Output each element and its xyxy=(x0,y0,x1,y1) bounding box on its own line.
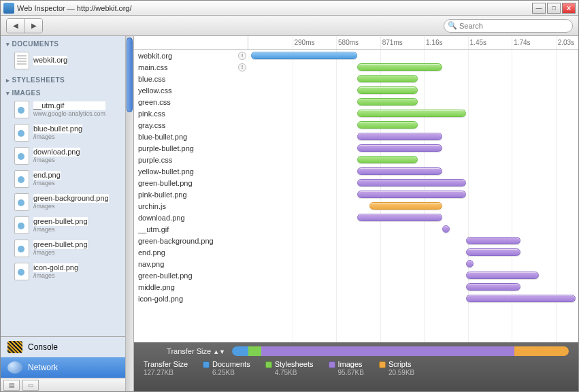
maximize-button[interactable]: □ xyxy=(547,3,561,14)
timeline-row[interactable]: purple.css xyxy=(134,154,578,165)
legend-value: 95.67KB xyxy=(329,369,364,377)
search-input[interactable] xyxy=(444,19,573,33)
sidebar-item[interactable]: icon-gold.png/images xyxy=(1,260,125,283)
legend-value: 20.59KB xyxy=(379,369,414,377)
timeline-row[interactable]: main.css! xyxy=(134,61,578,73)
tab-network[interactable]: Network xyxy=(1,357,133,378)
sort-icon[interactable]: ▲▼ xyxy=(213,348,225,355)
sidebar-section-header[interactable]: DOCUMENTS xyxy=(1,36,125,49)
timeline-row[interactable]: gray.css xyxy=(134,119,578,131)
timeline-row[interactable]: urchin.js xyxy=(134,200,578,212)
warning-icon[interactable]: ! xyxy=(238,52,246,60)
status-button-2[interactable]: ▭ xyxy=(22,380,39,391)
legend-item-css[interactable]: Stylesheets4.75KB xyxy=(265,360,314,377)
status-button-1[interactable]: ▤ xyxy=(3,380,20,391)
file-icon xyxy=(14,147,29,165)
timeline-row[interactable]: green-bullet.png xyxy=(134,270,578,281)
file-icon xyxy=(14,101,29,118)
sidebar-item[interactable]: download.png/images xyxy=(1,144,125,167)
summary-segment-doc xyxy=(232,346,248,356)
legend-item-js[interactable]: Scripts20.59KB xyxy=(379,360,414,377)
timeline-row[interactable]: webkit.org! xyxy=(134,50,578,61)
sidebar-scrollbar[interactable] xyxy=(125,36,133,391)
legend-swatch xyxy=(329,361,335,368)
console-icon xyxy=(7,341,22,353)
resource-name: green-bullet.png xyxy=(134,272,236,280)
sidebar-item-label: green-background.png xyxy=(33,194,109,203)
file-icon xyxy=(14,124,29,142)
back-button[interactable]: ◀ xyxy=(7,19,24,33)
sidebar-item[interactable]: webkit.org xyxy=(1,49,125,72)
timing-bar xyxy=(442,225,450,233)
timeline-row[interactable]: blue.css xyxy=(134,73,578,84)
sidebar-item[interactable]: end.png/images xyxy=(1,167,125,191)
resource-name: main.css xyxy=(134,63,236,71)
legend-label: Stylesheets xyxy=(275,360,314,369)
timeline-row[interactable]: green-bullet.png xyxy=(134,177,578,189)
resource-name: blue-bullet.png xyxy=(134,133,236,141)
sidebar-item-sublabel: /images xyxy=(33,272,78,280)
app-icon xyxy=(3,3,14,14)
sort-label[interactable]: Transfer Size xyxy=(167,347,211,355)
timeline-row[interactable]: yellow-bullet.png xyxy=(134,165,578,177)
file-icon xyxy=(14,240,29,257)
sidebar-section-header[interactable]: STYLESHEETS xyxy=(1,72,125,85)
sidebar-item[interactable]: green-bullet.png/images xyxy=(1,214,125,237)
tab-console[interactable]: Console xyxy=(1,337,133,357)
resource-name: purple-bullet.png xyxy=(134,144,236,152)
sidebar-item[interactable]: green-background.png/images xyxy=(1,191,125,214)
timeline-row[interactable]: pink-bullet.png xyxy=(134,189,578,200)
timeline-row[interactable]: end.png xyxy=(134,246,578,258)
sidebar-item-label: __utm.gif xyxy=(33,101,105,110)
legend-swatch xyxy=(265,361,272,368)
timeline-row[interactable]: pink.css xyxy=(134,108,578,119)
sidebar-item[interactable]: __utm.gifwww.google-analytics.com xyxy=(1,98,125,121)
legend-item-img[interactable]: Images95.67KB xyxy=(329,360,364,377)
legend-label: Scripts xyxy=(388,360,412,369)
timeline-row[interactable]: green-background.png xyxy=(134,235,578,246)
timeline-row[interactable]: blue-bullet.png xyxy=(134,131,578,142)
timeline-tick: 290ms xyxy=(293,36,315,49)
timeline-tick: 871ms xyxy=(380,36,403,49)
sidebar-scrollbar-thumb[interactable] xyxy=(127,37,133,112)
minimize-button[interactable]: — xyxy=(532,3,546,14)
total-size-value: 127.27KB xyxy=(144,369,173,377)
window-title: Web Inspector — http://webkit.org/ xyxy=(17,4,132,12)
timeline-row[interactable]: download.png xyxy=(134,212,578,223)
legend-swatch xyxy=(203,361,210,368)
timing-bar xyxy=(357,110,466,117)
timeline-tick: 1.16s xyxy=(424,36,442,49)
timeline-row[interactable]: green.css xyxy=(134,96,578,108)
timeline-row[interactable]: purple-bullet.png xyxy=(134,142,578,154)
timeline-row[interactable]: __utm.gif xyxy=(134,223,578,235)
forward-button[interactable]: ▶ xyxy=(24,19,42,33)
file-icon xyxy=(14,263,29,280)
summary-segment-js xyxy=(514,346,569,356)
warning-icon[interactable]: ! xyxy=(238,63,246,71)
resource-name: pink-bullet.png xyxy=(134,191,236,199)
timeline-row[interactable]: middle.png xyxy=(134,281,578,293)
resource-name: __utm.gif xyxy=(134,225,236,233)
timing-bar xyxy=(466,248,520,256)
timeline-row[interactable]: icon-gold.png xyxy=(134,293,578,304)
sidebar: DOCUMENTSwebkit.orgSTYLESHEETSIMAGES__ut… xyxy=(1,36,134,391)
timeline-row[interactable]: yellow.css xyxy=(134,84,578,96)
summary-stacked-bar xyxy=(232,346,569,356)
close-button[interactable]: X xyxy=(562,3,576,14)
sidebar-item-sublabel: /images xyxy=(33,226,88,233)
legend-item-doc[interactable]: Documents6.25KB xyxy=(203,360,250,377)
resource-name: pink.css xyxy=(134,110,236,118)
titlebar: Web Inspector — http://webkit.org/ — □ X xyxy=(1,1,578,16)
timing-bar xyxy=(466,260,474,267)
timing-bar xyxy=(251,52,357,59)
sidebar-item[interactable]: blue-bullet.png/images xyxy=(1,121,125,144)
resource-name: end.png xyxy=(134,248,236,257)
sidebar-section-header[interactable]: IMAGES xyxy=(1,85,125,98)
resource-name: icon-gold.png xyxy=(134,295,236,303)
resource-name: purple.css xyxy=(134,156,236,164)
timeline-body[interactable]: webkit.org!main.css!blue.cssyellow.cssgr… xyxy=(134,50,578,342)
sidebar-item-label: green-bullet.png xyxy=(33,217,88,226)
timeline-row[interactable]: nav.png xyxy=(134,258,578,270)
app-window: Web Inspector — http://webkit.org/ — □ X… xyxy=(0,0,579,392)
sidebar-item[interactable]: green-bullet.png/images xyxy=(1,237,125,260)
